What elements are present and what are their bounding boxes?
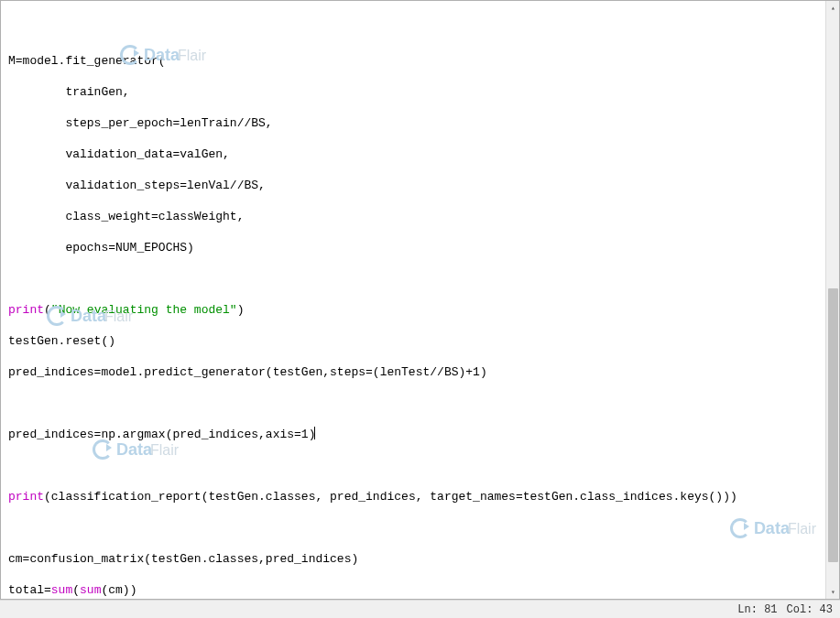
code-line: testGen.reset() — [8, 333, 818, 349]
code-line: print(classification_report(testGen.clas… — [8, 489, 818, 504]
code-line: validation_steps=lenVal//BS, — [8, 178, 818, 193]
code-line: total=sum(sum(cm)) — [8, 582, 818, 598]
code-line — [8, 520, 818, 536]
code-line: steps_per_epoch=lenTrain//BS, — [8, 115, 818, 131]
scrollbar-thumb[interactable] — [828, 288, 838, 562]
code-line — [8, 22, 818, 38]
scrollbar-track[interactable] — [826, 15, 840, 585]
code-line: M=model.fit_generator( — [8, 53, 818, 69]
code-line: validation_data=valGen, — [8, 146, 818, 162]
code-line: pred_indices=np.argmax(pred_indices,axis… — [8, 427, 818, 442]
code-line: pred_indices=model.predict_generator(tes… — [8, 364, 818, 380]
code-editor[interactable]: M=model.fit_generator( trainGen, steps_p… — [1, 1, 825, 599]
status-bar: Ln: 81 Col: 43 — [0, 600, 840, 618]
code-line — [8, 396, 818, 411]
code-line: epochs=NUM_EPOCHS) — [8, 240, 818, 255]
code-line: trainGen, — [8, 84, 818, 100]
editor-frame: M=model.fit_generator( trainGen, steps_p… — [0, 0, 840, 600]
status-line: Ln: 81 — [737, 603, 777, 616]
code-line — [8, 458, 818, 473]
scroll-up-button[interactable]: ▴ — [826, 1, 840, 15]
vertical-scrollbar[interactable]: ▴ ▾ — [825, 1, 839, 599]
text-cursor — [314, 427, 315, 439]
code-line: class_weight=classWeight, — [8, 209, 818, 224]
code-line: print("Now evaluating the model") — [8, 302, 818, 318]
scroll-down-button[interactable]: ▾ — [826, 585, 840, 599]
code-line: cm=confusion_matrix(testGen.classes,pred… — [8, 551, 818, 567]
code-line — [8, 271, 818, 287]
status-column: Col: 43 — [787, 603, 833, 616]
